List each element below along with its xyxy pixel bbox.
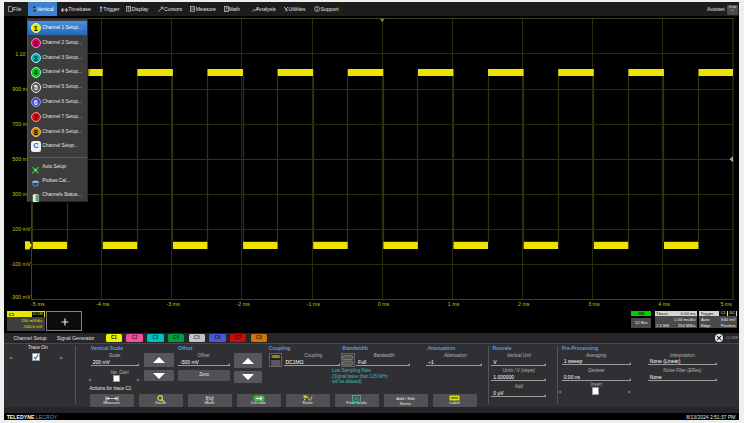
svg-text:-4 ms: -4 ms — [96, 301, 110, 307]
svg-text:4 ms: 4 ms — [658, 301, 670, 307]
svg-text:-2 ms: -2 ms — [237, 301, 251, 307]
svg-text:-1 ms: -1 ms — [307, 301, 321, 307]
svg-text:3 ms: 3 ms — [588, 301, 600, 307]
svg-text:1 ms: 1 ms — [448, 301, 460, 307]
svg-text:-3 ms: -3 ms — [166, 301, 180, 307]
svg-text:-100 mV: -100 mV — [10, 261, 30, 267]
svg-text:0 ms: 0 ms — [378, 301, 390, 307]
svg-text:-5 ms: -5 ms — [31, 301, 45, 307]
svg-text:100 mV: 100 mV — [12, 226, 31, 232]
svg-text:2 ms: 2 ms — [518, 301, 530, 307]
svg-text:5 ms: 5 ms — [720, 301, 732, 307]
svg-text:-300 mV: -300 mV — [10, 294, 30, 300]
